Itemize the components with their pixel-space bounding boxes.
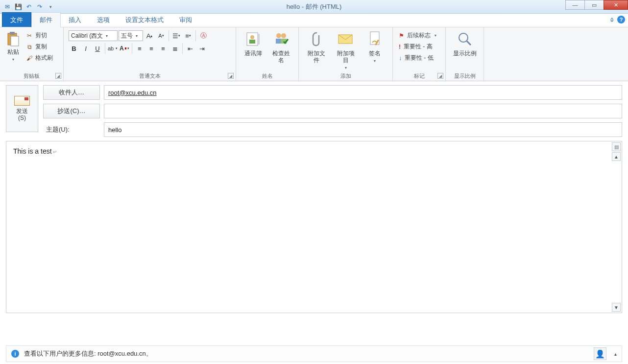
- decrease-indent-icon[interactable]: ⇤: [185, 43, 195, 54]
- undo-icon[interactable]: ↶: [24, 2, 33, 11]
- people-pane-bar: i 查看以下用户的更多信息: root@xcu.edu.cn。 👤 ▴: [6, 345, 622, 362]
- copy-icon: ⧉: [25, 44, 33, 50]
- attach-item-icon: [337, 30, 355, 48]
- clear-format-icon[interactable]: Ⓐ: [198, 30, 209, 41]
- signature-icon: [366, 30, 384, 48]
- svg-rect-5: [249, 40, 255, 44]
- svg-point-9: [281, 33, 286, 38]
- ribbon-tabs: 文件 邮件 插入 选项 设置文本格式 审阅 ۵ ?: [0, 14, 628, 27]
- qat-more-icon[interactable]: ▾: [46, 2, 55, 11]
- bold-icon[interactable]: B: [69, 43, 79, 54]
- svg-rect-2: [11, 36, 19, 46]
- help-icon[interactable]: ?: [617, 16, 625, 23]
- maximize-button[interactable]: ▭: [584, 0, 604, 10]
- scroll-down-icon[interactable]: ▼: [612, 303, 621, 312]
- group-basic-text-label: 普通文本: [64, 72, 236, 80]
- people-pane-expand-icon[interactable]: ▴: [614, 351, 617, 357]
- cc-button[interactable]: 抄送(C)…: [43, 104, 100, 118]
- tab-insert[interactable]: 插入: [61, 13, 89, 27]
- align-center-icon[interactable]: ≡: [146, 43, 157, 54]
- group-zoom-label: 显示比例: [446, 72, 483, 80]
- window-title: hello - 邮件 (HTML): [287, 2, 342, 11]
- info-icon: i: [11, 350, 19, 358]
- minimize-button[interactable]: —: [565, 0, 585, 10]
- info-text: 查看以下用户的更多信息: root@xcu.edu.cn。: [24, 349, 152, 358]
- tags-dialog-launcher[interactable]: ◢: [437, 73, 443, 79]
- save-icon[interactable]: 💾: [14, 2, 23, 11]
- subject-label: 主题(U):: [43, 125, 100, 134]
- window-controls: — ▭ ✕: [566, 0, 628, 10]
- high-importance-button[interactable]: !重要性 - 高: [399, 43, 439, 51]
- group-basic-text: Calibri (西文▾ 五号▾ A▴ A▾ ☰▾ ≡▾ Ⓐ B I U ab▾…: [64, 27, 236, 81]
- brush-icon: 🖌: [25, 55, 33, 62]
- numbering-icon[interactable]: ≡▾: [183, 30, 193, 41]
- grow-font-icon[interactable]: A▴: [144, 30, 155, 41]
- subject-field[interactable]: hello: [104, 122, 622, 137]
- align-justify-icon[interactable]: ≣: [169, 43, 180, 54]
- group-clipboard: 粘贴 ▾ ✂剪切 ⧉复制 🖌格式刷 剪贴板 ◢: [0, 27, 64, 81]
- align-left-icon[interactable]: ≡: [134, 43, 145, 54]
- send-button[interactable]: 发送(S): [6, 85, 38, 132]
- cut-button[interactable]: ✂剪切: [25, 31, 53, 40]
- zoom-button[interactable]: 显示比例: [452, 30, 478, 71]
- svg-rect-1: [10, 32, 15, 35]
- align-right-icon[interactable]: ≡: [158, 43, 169, 54]
- increase-indent-icon[interactable]: ⇥: [196, 43, 207, 54]
- ruler-toggle-icon[interactable]: ▤: [612, 142, 621, 151]
- attach-item-button[interactable]: 附加项目▾: [334, 30, 358, 71]
- quick-access-toolbar: ✉ 💾 ↶ ↷ ▾: [0, 2, 58, 11]
- compose-header: 发送(S) 收件人… root@xcu.edu.cn 抄送(C)… 主题(U):…: [0, 81, 628, 139]
- group-tags: ⚑后续标志▾ !重要性 - 高 ↓重要性 - 低 标记 ◢: [393, 27, 446, 81]
- group-include: 附加文件 附加项目▾ 签名▾ 添加: [299, 27, 393, 81]
- paperclip-icon: [308, 30, 325, 48]
- to-field[interactable]: root@xcu.edu.cn: [104, 85, 622, 100]
- clipboard-dialog-launcher[interactable]: ◢: [55, 73, 61, 79]
- tab-review[interactable]: 审阅: [171, 13, 200, 27]
- tab-file[interactable]: 文件: [2, 12, 31, 27]
- ribbon: 粘贴 ▾ ✂剪切 ⧉复制 🖌格式刷 剪贴板 ◢ Calibri (西文▾ 五号▾…: [0, 27, 628, 81]
- message-body[interactable]: This is a test ▤ ▲ ▼: [6, 141, 622, 313]
- tab-format-text[interactable]: 设置文本格式: [118, 13, 171, 27]
- contact-photo-icon[interactable]: 👤: [594, 347, 606, 360]
- envelope-icon: [14, 96, 30, 106]
- copy-button[interactable]: ⧉复制: [25, 43, 53, 51]
- svg-line-15: [467, 41, 471, 45]
- address-book-button[interactable]: 通讯簿: [242, 30, 265, 71]
- to-button[interactable]: 收件人…: [43, 85, 100, 100]
- underline-icon[interactable]: U: [92, 43, 103, 54]
- bullets-icon[interactable]: ☰▾: [171, 30, 182, 41]
- body-text: This is a test: [13, 147, 57, 155]
- svg-point-14: [459, 33, 468, 42]
- group-zoom: 显示比例 显示比例: [446, 27, 484, 81]
- close-button[interactable]: ✕: [604, 0, 628, 10]
- low-importance-button[interactable]: ↓重要性 - 低: [399, 54, 439, 62]
- basic-text-dialog-launcher[interactable]: ◢: [228, 73, 234, 79]
- svg-rect-12: [370, 32, 379, 45]
- title-bar: ✉ 💾 ↶ ↷ ▾ hello - 邮件 (HTML) — ▭ ✕: [0, 0, 628, 14]
- paste-button[interactable]: 粘贴 ▾: [3, 29, 24, 71]
- paste-label: 粘贴: [7, 48, 19, 56]
- svg-rect-6: [258, 34, 260, 45]
- cc-field[interactable]: [104, 104, 622, 118]
- redo-icon[interactable]: ↷: [35, 2, 44, 11]
- format-painter-button[interactable]: 🖌格式刷: [25, 54, 53, 62]
- check-names-icon: [272, 30, 290, 48]
- tab-options[interactable]: 选项: [89, 13, 118, 27]
- group-names: 通讯簿 检查姓名 姓名: [236, 27, 299, 81]
- svg-point-4: [250, 35, 254, 39]
- paste-icon: [5, 31, 21, 47]
- scroll-up-icon[interactable]: ▲: [612, 152, 621, 161]
- font-color-icon[interactable]: A▾: [119, 43, 130, 54]
- high-importance-icon: !: [399, 44, 401, 50]
- follow-up-button[interactable]: ⚑后续标志▾: [399, 31, 439, 40]
- signature-button[interactable]: 签名▾: [363, 30, 386, 71]
- shrink-font-icon[interactable]: A▾: [156, 30, 167, 41]
- font-size-combo[interactable]: 五号▾: [119, 30, 143, 41]
- italic-icon[interactable]: I: [80, 43, 91, 54]
- attach-file-button[interactable]: 附加文件: [305, 30, 328, 71]
- check-names-button[interactable]: 检查姓名: [270, 30, 293, 71]
- minimize-ribbon-icon[interactable]: ۵: [610, 16, 613, 23]
- font-family-combo[interactable]: Calibri (西文▾: [69, 30, 118, 41]
- highlight-icon[interactable]: ab▾: [107, 43, 118, 54]
- tab-mail[interactable]: 邮件: [31, 12, 61, 27]
